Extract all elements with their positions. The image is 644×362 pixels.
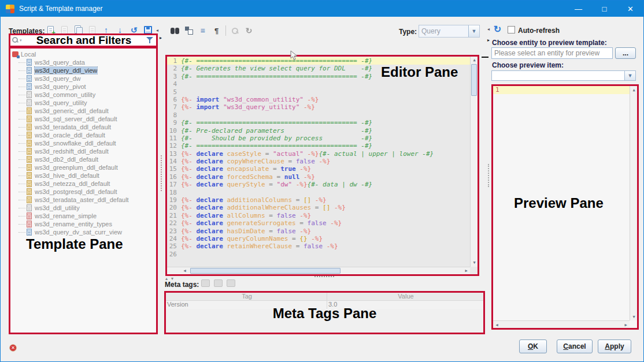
- type-label: Type:: [399, 28, 417, 36]
- template-tree-item[interactable]: ws3d_query_pivot: [18, 83, 156, 91]
- code-line: 9{#- ===================================…: [167, 119, 470, 126]
- value-column-header[interactable]: Value: [327, 293, 483, 300]
- meta-splitter-handle[interactable]: [314, 276, 334, 277]
- template-tree-item[interactable]: ws3d_db2_ddl_default: [18, 155, 156, 163]
- code-line: 10{#- Pre-declared parameters -#}: [167, 127, 470, 135]
- template-name: ws3d_netezza_ddl_default: [35, 180, 110, 187]
- script-template-manager-window: Script & Template manager — □ ✕ Template…: [0, 0, 644, 362]
- code-line: 15{%- declare encapsulate = true -%}: [167, 165, 470, 173]
- meta-tags-label: Meta tags:: [165, 281, 199, 289]
- template-file-icon: [27, 221, 32, 227]
- template-tree-item[interactable]: ws3d_rename_entity_types: [18, 220, 156, 228]
- tree-root-local[interactable]: Local: [12, 50, 156, 58]
- preview-search-icon[interactable]: [230, 26, 240, 36]
- apply-button[interactable]: Apply: [598, 339, 631, 353]
- edit-meta-tag-icon[interactable]: [214, 279, 223, 287]
- find-icon[interactable]: [170, 26, 180, 36]
- template-tree-item[interactable]: ws3d_postgresql_ddl_default: [18, 188, 156, 196]
- template-tree-item[interactable]: ws3d_hive_ddl_default: [18, 171, 156, 180]
- template-name: ws3d_rename_simple: [35, 212, 97, 219]
- template-tree-item[interactable]: ws3d_generic_ddl_default: [18, 107, 156, 115]
- chevron-down-icon: ▼: [468, 25, 479, 37]
- template-tree-item[interactable]: ws3d_redshift_ddl_default: [18, 147, 156, 155]
- preview-expand-icon[interactable]: ▸: [487, 38, 490, 43]
- template-name: ws3d_query_dw: [35, 75, 81, 82]
- scroll-down-icon[interactable]: ▼: [630, 313, 637, 320]
- preview-item-combobox[interactable]: ▼: [491, 70, 636, 81]
- maximize-button[interactable]: □: [591, 1, 617, 17]
- template-tree-item[interactable]: ws3d_query_data: [18, 58, 156, 66]
- code-line: 21{%- declare allColumns = false -%}: [167, 212, 470, 219]
- annotation-editor-pane: Editor Pane: [381, 64, 458, 80]
- browse-entity-button[interactable]: ...: [615, 47, 636, 59]
- scroll-right-icon[interactable]: ▶: [622, 321, 630, 328]
- template-tree-item[interactable]: ws3d_query_dv_sat_curr_view: [18, 228, 156, 236]
- replace-icon[interactable]: [184, 26, 194, 36]
- mouse-cursor: [290, 50, 298, 61]
- delete-meta-tag-icon[interactable]: [227, 279, 235, 287]
- template-file-icon: [27, 83, 32, 90]
- scroll-down-icon[interactable]: ▼: [471, 259, 478, 267]
- template-name: ws3d_query_utility: [35, 99, 87, 106]
- refresh-preview-icon[interactable]: ↻: [493, 24, 502, 34]
- template-tree-item[interactable]: ws3d_teradata_ddl_default: [18, 123, 156, 131]
- scroll-left-icon[interactable]: ◀: [181, 267, 188, 274]
- code-line: 16{%- declare forcedSchema = null -%}: [167, 173, 470, 181]
- template-file-icon: [27, 107, 32, 114]
- editor-vertical-scrollbar[interactable]: ▲ ▼: [470, 57, 478, 267]
- template-tree-item[interactable]: ws3d_greenplum_ddl_default: [18, 163, 156, 171]
- auto-refresh-label: Auto-refresh: [518, 27, 560, 35]
- template-name: ws3d_snowflake_ddl_default: [35, 140, 116, 147]
- template-tree-item[interactable]: ws3d_ddl_utility: [18, 204, 156, 212]
- tree-editor-splitter[interactable]: [161, 155, 162, 191]
- template-tree-item[interactable]: ws3d_oracle_ddl_default: [18, 131, 156, 139]
- collapse-right-icon[interactable]: ◂: [487, 27, 490, 32]
- preview-horizontal-scrollbar[interactable]: ◀ ▶: [493, 320, 630, 328]
- template-tree-item[interactable]: ws3d_netezza_ddl_default: [18, 180, 156, 188]
- template-tree-item[interactable]: ws3d_teradata_aster_ddl_default: [18, 196, 156, 204]
- editor-preview-splitter[interactable]: [488, 164, 489, 187]
- template-file-icon: [27, 140, 32, 147]
- code-line: 23{%- declare hasDimDate = false -%}: [167, 227, 470, 235]
- collapse-left-icon[interactable]: ◂: [156, 28, 158, 33]
- template-name: ws3d_query_data: [35, 59, 85, 66]
- entity-preview-input[interactable]: [491, 47, 613, 59]
- format-icon[interactable]: ≡: [198, 26, 208, 36]
- add-meta-tag-icon[interactable]: [201, 279, 210, 287]
- editor-horizontal-scrollbar[interactable]: ◀ ▶: [167, 267, 470, 274]
- tag-column-header[interactable]: Tag: [166, 293, 327, 300]
- close-button[interactable]: ✕: [617, 1, 643, 17]
- template-file-icon: [27, 180, 32, 187]
- template-tree-item[interactable]: ws3d_rename_simple: [18, 212, 156, 220]
- template-tree-item[interactable]: ws3d_query_dw: [18, 74, 156, 83]
- preview-vertical-scrollbar[interactable]: ▲ ▼: [630, 86, 637, 320]
- annotation-template-pane: Template Pane: [26, 236, 123, 252]
- template-tree-item[interactable]: ws3d_snowflake_ddl_default: [18, 139, 156, 147]
- scroll-up-icon[interactable]: ▲: [471, 57, 478, 64]
- scroll-right-icon[interactable]: ▶: [462, 267, 470, 274]
- splitter-collapse-dash[interactable]: [482, 57, 488, 58]
- template-file-icon: [27, 212, 32, 219]
- template-tree-item[interactable]: ws3d_common_utility: [18, 91, 156, 99]
- template-file-icon: [27, 196, 32, 203]
- cancel-button[interactable]: Cancel: [557, 339, 593, 353]
- scroll-up-icon[interactable]: ▲: [630, 86, 637, 94]
- type-combobox[interactable]: Query ▼: [419, 25, 480, 38]
- minimize-button[interactable]: —: [565, 1, 591, 17]
- refresh-disabled-icon[interactable]: ↻: [244, 26, 254, 36]
- expand-arrow-icon[interactable]: ▸: [160, 35, 162, 40]
- annotation-preview-pane: Preview Pane: [514, 195, 604, 211]
- template-pane-annotation-box: Local ws3d_query_dataws3d_query_ddl_view…: [9, 47, 158, 334]
- code-line: 4: [167, 80, 470, 88]
- show-whitespace-icon[interactable]: ¶: [212, 26, 221, 36]
- template-tree-item[interactable]: ws3d_query_utility: [18, 99, 156, 107]
- title-bar: Script & Template manager — □ ✕: [1, 1, 643, 17]
- template-tree-item[interactable]: ws3d_query_ddl_view: [18, 66, 156, 74]
- code-editor[interactable]: 1{#- ===================================…: [167, 57, 478, 274]
- template-tree: Local ws3d_query_dataws3d_query_ddl_view…: [10, 48, 156, 333]
- auto-refresh-checkbox[interactable]: [508, 26, 515, 33]
- template-file-icon: [27, 148, 32, 155]
- scroll-left-icon[interactable]: ◀: [493, 321, 501, 328]
- template-tree-item[interactable]: ws3d_sql_server_ddl_default: [18, 115, 156, 123]
- ok-button[interactable]: OK: [519, 339, 547, 353]
